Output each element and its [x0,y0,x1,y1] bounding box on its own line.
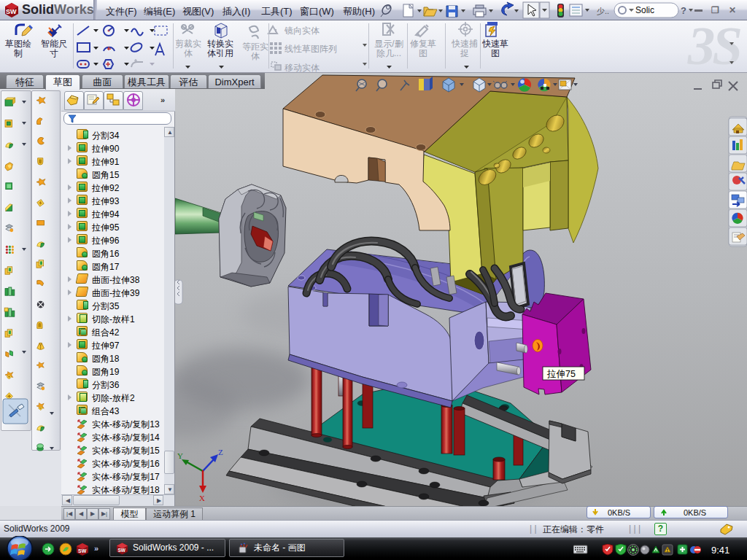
svg-text:少..: 少.. [597,7,609,15]
svg-text:9:41: 9:41 [711,545,729,556]
svg-text:Y: Y [177,451,183,460]
svg-text:X: X [199,494,205,502]
svg-text:SW: SW [78,548,87,553]
svg-text:?: ? [681,5,686,16]
svg-text:SW: SW [118,548,126,553]
svg-text:Z: Z [218,448,223,456]
svg-text:Solic: Solic [635,5,654,15]
svg-text:拉伸75: 拉伸75 [546,369,576,379]
svg-text:»: » [94,544,98,553]
svg-text:SW: SW [6,8,17,15]
